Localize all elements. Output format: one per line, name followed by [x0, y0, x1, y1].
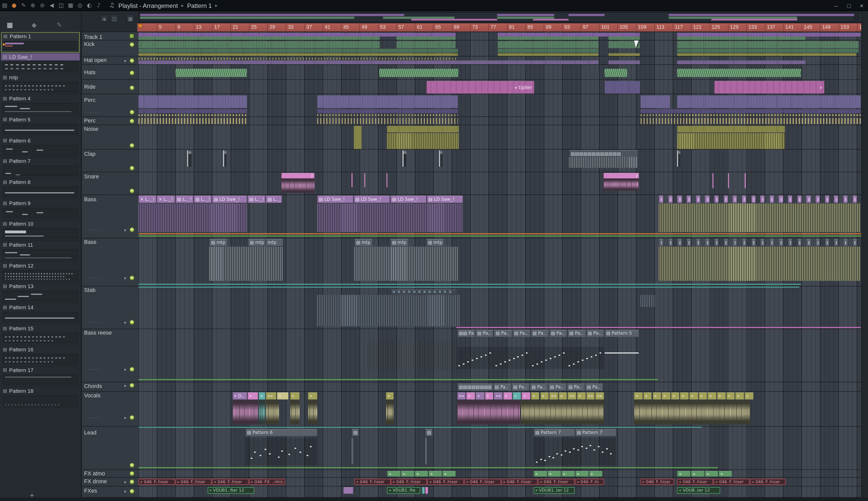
pattern-clip[interactable]: ▤	[677, 239, 682, 246]
mute-led[interactable]	[130, 110, 134, 114]
track-lane-stab-12[interactable]: × × × × × × × × × × × ×	[137, 287, 862, 329]
pattern-clip[interactable]: »	[401, 471, 414, 477]
pattern-clip[interactable]: ▤	[806, 239, 811, 246]
pattern-clip[interactable]: ▤	[741, 239, 746, 246]
piano-roll-preview[interactable]	[534, 438, 616, 466]
track-lane-snare-9[interactable]: rr	[137, 172, 862, 195]
timeline-ruler[interactable]: 5913172125293337414549535761656973778185…	[137, 23, 862, 32]
pattern-clip[interactable]: ▤ Pa..	[512, 383, 529, 391]
track-header-noise-7[interactable]: Noise	[82, 125, 137, 150]
pattern-clip[interactable]: ▤	[834, 196, 838, 203]
pattern-clip[interactable]	[138, 53, 458, 56]
pattern-item-8[interactable]: ▤Pattern 8	[1, 178, 80, 199]
fl-logo-icon[interactable]: ●	[9, 2, 19, 8]
pattern-clip[interactable]: ▤	[659, 196, 663, 203]
pattern-clip[interactable]: »	[290, 392, 299, 399]
pattern-clip[interactable]	[498, 53, 598, 56]
pattern-clip[interactable]: ▤	[788, 196, 792, 203]
track-header-perc-5[interactable]: Perc·······	[82, 94, 137, 117]
playback-tool-icon[interactable]: ◐	[85, 2, 94, 8]
track-lane-fx-drone-18[interactable]: » 046_F..hiser» 046_F..hiser» 046_F..his…	[137, 478, 862, 487]
track-lane-clap-8[interactable]: ▤▤▤▤▤▤▤▤▤▤▤▤▤▤▤▤▤	[137, 150, 862, 172]
pattern-clip[interactable]: ▤	[815, 239, 820, 246]
pattern-clip[interactable]	[138, 36, 380, 40]
pattern-filter-icon[interactable]: ▦	[7, 21, 13, 29]
playlist-overview-scrollbar[interactable]	[140, 12, 855, 22]
pattern-item-7[interactable]: ▤Pattern 7	[1, 158, 80, 178]
automation-line[interactable]	[138, 379, 658, 380]
pattern-clip[interactable]: ▤ LD Saw_!	[391, 196, 426, 203]
audio-clip[interactable]: » 046_F..hiser	[428, 479, 464, 485]
zoom-tool-icon[interactable]: ◎	[75, 2, 85, 8]
pattern-clip[interactable]	[677, 61, 805, 64]
clip-marker[interactable]: ▤	[402, 150, 406, 167]
track-header-bass-reese-13[interactable]: Bass reese·······▾	[82, 329, 137, 382]
pattern-clip[interactable]: »	[466, 392, 475, 399]
pattern-clip[interactable]: ▤ LD Saw_!	[353, 196, 390, 203]
pattern-clip[interactable]: ▤ LD Saw_!	[317, 196, 353, 203]
pattern-clip[interactable]: ▤	[760, 196, 765, 203]
pattern-clip[interactable]: ▤	[705, 239, 710, 246]
pattern-item-2[interactable]: ▤LD Saw_!	[1, 53, 80, 74]
audio-clip[interactable]: » 046_F..hiser	[538, 479, 574, 485]
clip-marker[interactable]: ▤	[187, 150, 191, 167]
mute-led[interactable]	[130, 166, 134, 170]
pattern-clip[interactable]: ▤	[723, 239, 728, 246]
track-lane-chords-14[interactable]: ▤▤▤▤▤▤▤▤▤ Pa..▤ Pa..▤ Pa..▤ Pa..▤ Pa..▤ …	[137, 382, 862, 392]
pattern-clip[interactable]: ▤	[806, 196, 811, 203]
pattern-clip[interactable]: »	[575, 471, 588, 477]
pattern-clip[interactable]: ▤	[843, 239, 848, 246]
clip-marker[interactable]	[712, 173, 713, 189]
pattern-clip[interactable]	[640, 295, 655, 307]
mute-led[interactable]	[130, 320, 134, 324]
pattern-clip[interactable]: »	[643, 392, 652, 399]
track-header-track-1-0[interactable]: Track 1	[82, 32, 137, 41]
pattern-clip[interactable]: ▤ Pa..	[568, 330, 585, 337]
pattern-clip[interactable]	[569, 157, 638, 168]
pattern-clip[interactable]: »	[476, 392, 484, 399]
pattern-clip[interactable]: ▤	[843, 196, 848, 203]
pattern-clip[interactable]	[138, 118, 247, 124]
pattern-clip[interactable]: ▤	[723, 196, 728, 203]
clip-marker[interactable]	[364, 173, 365, 188]
audio-clip[interactable]: » 046_F..hiser	[464, 479, 501, 485]
pattern-clip[interactable]	[387, 126, 459, 132]
track-lane-hats-3[interactable]	[137, 65, 862, 80]
pattern-item-3[interactable]: ▤mtp	[1, 74, 80, 95]
pattern-clip[interactable]: ▤	[797, 239, 802, 246]
pattern-clip[interactable]: ▤	[705, 196, 710, 203]
audio-clip[interactable]: » 046_FX_..nhiser	[249, 479, 285, 485]
pattern-clip[interactable]: »	[277, 392, 288, 399]
pattern-clip[interactable]	[659, 247, 861, 281]
audio-clip[interactable]: » 046_F..hiser	[714, 479, 749, 485]
draw-tool-icon[interactable]: ✎	[19, 2, 28, 8]
pattern-clip[interactable]: r	[604, 173, 639, 179]
pattern-clip[interactable]: ▤▤ Pa..	[457, 330, 475, 337]
pattern-clip[interactable]	[317, 118, 458, 124]
pattern-clip[interactable]	[354, 247, 459, 281]
pattern-clip[interactable]: ▤	[769, 196, 774, 203]
automation-line[interactable]	[605, 352, 639, 353]
pattern-clip[interactable]: ▤	[788, 239, 792, 246]
track-header-ride-4[interactable]: Ride	[82, 80, 137, 94]
pattern-clip[interactable]	[677, 126, 785, 132]
pattern-clip[interactable]	[138, 114, 247, 116]
track-collapse-arrow[interactable]: ▾	[124, 416, 127, 421]
pattern-clip[interactable]: ▤ mtp	[426, 239, 444, 246]
pattern-clip[interactable]	[317, 109, 458, 113]
track-header-chords-14[interactable]: Chords▾	[82, 382, 137, 392]
pattern-clip[interactable]	[640, 109, 861, 113]
pattern-clip[interactable]: ▤	[659, 239, 663, 246]
track-collapse-arrow[interactable]: ▾	[124, 59, 127, 64]
track-lane-vocals-15[interactable]: » D..»»»»»»»»»»»»»»»»»»»»»»»»»»»»»»»»»»»…	[137, 392, 862, 427]
pattern-clip[interactable]	[608, 61, 640, 64]
track-collapse-arrow[interactable]: ▾	[124, 367, 127, 372]
pattern-clip[interactable]	[317, 95, 458, 108]
pattern-clip[interactable]: ▤	[686, 196, 691, 203]
pattern-clip[interactable]: »»	[494, 392, 503, 399]
pattern-clip[interactable]: »	[540, 392, 549, 399]
pattern-clip[interactable]	[138, 49, 458, 53]
pattern-clip[interactable]: »	[577, 392, 585, 399]
automation-line[interactable]	[138, 467, 718, 468]
pattern-clip[interactable]: »	[531, 392, 539, 399]
